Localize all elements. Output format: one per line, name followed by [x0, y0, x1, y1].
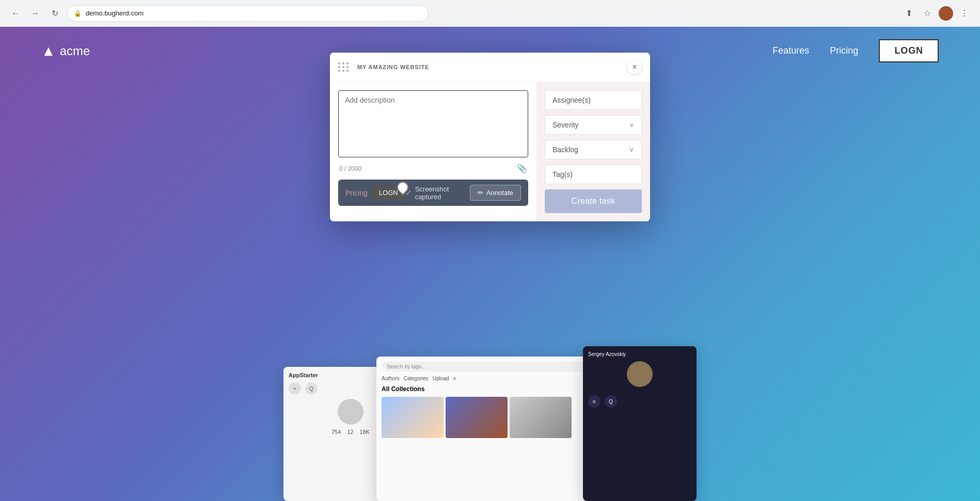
modal-left-panel: 0 / 2000 📎 Pricing LOGN ✓ — [330, 82, 536, 221]
annotate-label: Annotate — [486, 189, 513, 197]
screenshots-area: AppStarter + Q 754 12 18K Search by tags… — [283, 336, 697, 501]
address-text: demo.bugherd.com — [86, 9, 144, 17]
screenshot-card-right: Sergey Azovskiy ≡ Q — [583, 346, 697, 501]
back-button[interactable]: ← — [8, 6, 23, 21]
screenshot-actions: ✓ Screenshot captured ✏ Annotate — [405, 185, 521, 201]
screenshot-preview: Pricing LOGN ✓ Screenshot captured ✏ — [338, 180, 528, 206]
char-count: 0 / 2000 — [339, 165, 361, 172]
attach-icon[interactable]: 📎 — [517, 164, 527, 173]
nav-login-button[interactable]: LOGN — [879, 39, 939, 62]
annotate-icon: ✏ — [478, 189, 483, 197]
screenshot-captured: ✓ Screenshot captured — [405, 185, 465, 201]
nav-features[interactable]: Features — [772, 45, 809, 56]
logo-text: acme — [60, 44, 90, 58]
pricing-label: Pricing — [345, 189, 368, 197]
site-logo: ▲ acme — [41, 43, 90, 59]
captured-text: Screenshot captured — [415, 185, 465, 201]
reload-button[interactable]: ↻ — [48, 6, 62, 21]
modal-header: MY AMAZING WEBSITE × — [330, 53, 650, 82]
severity-label: Severity — [552, 121, 579, 129]
address-bar[interactable]: 🔒 demo.bugherd.com — [67, 5, 429, 22]
task-modal: MY AMAZING WEBSITE × 0 / 2000 📎 Pricing … — [330, 53, 650, 221]
sc-mobile-search: Q — [605, 395, 617, 408]
description-textarea[interactable] — [338, 90, 528, 157]
share-button[interactable]: ⬆ — [902, 6, 916, 21]
img-thumb-3 — [510, 397, 572, 438]
assignee-label: Assignee(s) — [552, 96, 591, 104]
bookmark-button[interactable]: ☆ — [920, 6, 935, 21]
modal-right-panel: Assignee(s) Severity ∨ Backlog ∨ Tag(s) … — [536, 82, 650, 221]
browser-chrome: ← → ↻ 🔒 demo.bugherd.com ⬆ ☆ ⋮ — [0, 0, 980, 27]
modal-close-button[interactable]: × — [627, 60, 642, 74]
sc-mobile-header: Sergey Azovskiy — [588, 351, 691, 357]
sc-add-btn: + — [289, 382, 301, 395]
tags-field[interactable]: Tag(s) — [545, 165, 642, 184]
lock-icon: 🔒 — [74, 10, 82, 17]
sc-mobile-actions: ≡ Q — [588, 395, 691, 408]
forward-button[interactable]: → — [28, 6, 42, 21]
char-count-row: 0 / 2000 📎 — [338, 164, 528, 173]
menu-button[interactable]: ⋮ — [957, 6, 972, 21]
severity-field[interactable]: Severity ∨ — [545, 115, 642, 135]
annotate-button[interactable]: ✏ Annotate — [470, 185, 521, 201]
backlog-field[interactable]: Backlog ∨ — [545, 140, 642, 159]
sc-mobile-avatar — [627, 361, 653, 387]
logn-button-preview: LOGN — [372, 186, 405, 200]
logo-mountain-icon: ▲ — [41, 43, 56, 59]
sc-avatar — [338, 399, 363, 425]
assignee-field[interactable]: Assignee(s) — [545, 90, 642, 110]
modal-body: 0 / 2000 📎 Pricing LOGN ✓ — [330, 82, 650, 221]
drag-handle[interactable] — [338, 62, 349, 72]
backlog-label: Backlog — [552, 146, 578, 154]
img-thumb-1 — [382, 397, 444, 438]
sc-mobile-menu: ≡ — [588, 395, 600, 408]
nav-pricing[interactable]: Pricing — [830, 45, 858, 56]
tags-label: Tag(s) — [552, 170, 573, 179]
img-thumb-2 — [446, 397, 508, 438]
sc-search-btn: Q — [305, 382, 318, 395]
severity-chevron: ∨ — [629, 121, 634, 128]
user-avatar[interactable] — [939, 6, 953, 21]
create-task-button[interactable]: Create task — [545, 189, 642, 213]
modal-site-name: MY AMAZING WEBSITE — [357, 64, 429, 70]
browser-actions: ⬆ ☆ ⋮ — [902, 6, 972, 21]
site-background: ▲ acme Features Pricing LOGN Example sit… — [0, 27, 980, 501]
pricing-preview: Pricing LOGN — [345, 186, 405, 200]
site-nav: Features Pricing LOGN — [772, 39, 939, 62]
backlog-chevron: ∨ — [629, 146, 634, 153]
